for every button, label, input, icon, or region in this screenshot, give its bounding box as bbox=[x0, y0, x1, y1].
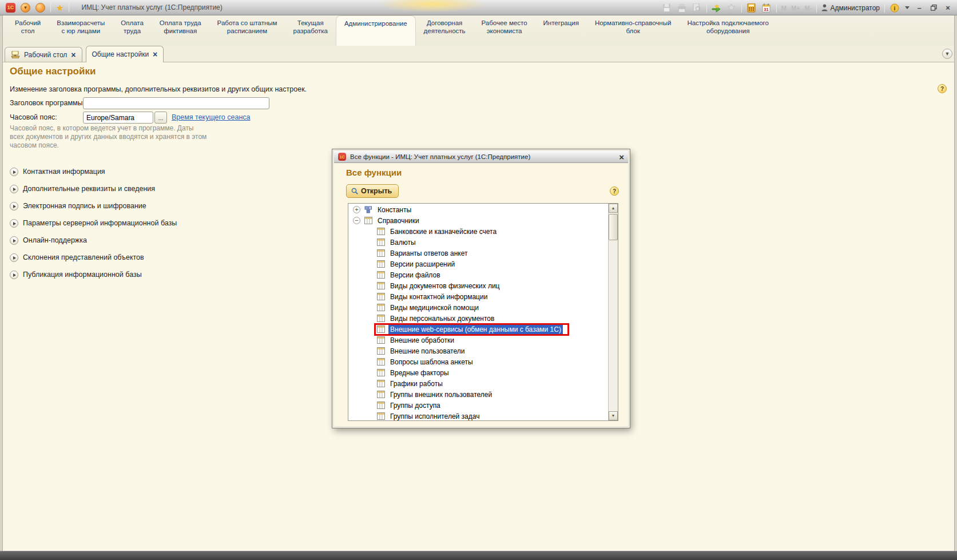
document-tab[interactable]: Общие настройки × bbox=[86, 46, 164, 62]
ribbon-tab[interactable]: Нормативно-справочный блок bbox=[587, 15, 679, 46]
section-expander-row[interactable]: Электронная подпись и шифрование bbox=[10, 197, 177, 215]
tree-item[interactable]: Справочники bbox=[348, 215, 608, 226]
functions-tree: Константы Справочники bbox=[348, 204, 608, 420]
document-tab-label: Общие настройки bbox=[92, 50, 149, 58]
expand-arrow-icon[interactable] bbox=[10, 271, 18, 279]
ribbon-tab[interactable]: Работа со штатным расписанием bbox=[209, 15, 285, 46]
ribbon-tab-label: Рабочее место экономиста bbox=[482, 19, 527, 34]
page-title: Общие настройки bbox=[10, 66, 96, 77]
scroll-down-icon[interactable]: ▼ bbox=[609, 411, 618, 420]
tab-list-chevron-button[interactable]: ▼ bbox=[942, 49, 952, 59]
service-menu-icon[interactable] bbox=[35, 3, 45, 13]
tree-item[interactable]: Версии файлов bbox=[348, 269, 608, 280]
info-icon[interactable]: i bbox=[890, 3, 900, 13]
divider bbox=[69, 3, 69, 12]
tree-item[interactable]: Валюты bbox=[348, 237, 608, 248]
tree-item-label: Внешние обработки bbox=[388, 336, 456, 345]
section-expander-row[interactable]: Склонения представлений объектов bbox=[10, 249, 177, 266]
tree-item-label: Вопросы шаблона анкеты bbox=[388, 358, 475, 367]
dialog-title-bar: 1С Все функции - ИМЦ: Учет платных услуг… bbox=[334, 151, 628, 163]
app-title-input[interactable] bbox=[83, 97, 269, 109]
expand-arrow-icon[interactable] bbox=[10, 185, 18, 193]
ribbon-tab[interactable]: Настройка подключаемого оборудования bbox=[679, 15, 777, 46]
expand-arrow-icon[interactable] bbox=[10, 219, 18, 228]
document-tab[interactable]: Рабочий стол × bbox=[5, 47, 82, 62]
divider bbox=[50, 3, 51, 12]
tree-item[interactable]: Вредные факторы bbox=[348, 367, 608, 378]
ribbon-tab[interactable]: Взаиморасчеты с юр лицами bbox=[49, 15, 113, 46]
section-expander-row[interactable]: Контактная информация bbox=[10, 163, 177, 180]
ribbon-tab-label: Взаиморасчеты с юр лицами bbox=[57, 19, 105, 34]
close-tab-icon[interactable]: × bbox=[153, 50, 157, 59]
tree-item[interactable]: Графики работы bbox=[348, 378, 608, 389]
restore-button[interactable] bbox=[928, 3, 939, 13]
tree-item[interactable]: Виды персональных документов bbox=[348, 313, 608, 324]
close-button[interactable]: × bbox=[943, 3, 952, 12]
tree-item[interactable]: Внешние пользователи bbox=[348, 345, 608, 356]
tree-item[interactable]: Банковские и казначейские счета bbox=[348, 226, 608, 237]
tree-item[interactable]: Виды документов физических лиц bbox=[348, 280, 608, 291]
ribbon-tab[interactable]: Оплата труда bbox=[113, 15, 152, 46]
timezone-picker-button[interactable]: ... bbox=[154, 112, 167, 124]
tree-item[interactable]: Внешние обработки bbox=[348, 335, 608, 345]
calculator-icon[interactable] bbox=[746, 3, 757, 13]
calendar-icon[interactable]: 31 bbox=[761, 3, 772, 13]
ribbon-tab-label: Работа со штатным расписанием bbox=[217, 19, 277, 34]
minimize-button[interactable]: – bbox=[915, 3, 924, 12]
scrollbar-thumb[interactable] bbox=[609, 214, 618, 240]
expand-arrow-icon[interactable] bbox=[10, 202, 18, 211]
section-expander-row[interactable]: Дополнительные реквизиты и сведения bbox=[10, 180, 177, 197]
favorites-star-icon[interactable]: ★ bbox=[56, 3, 63, 12]
tree-item[interactable]: Группы внешних пользователей bbox=[348, 389, 608, 400]
section-expander-row[interactable]: Онлайн-поддержка bbox=[10, 232, 177, 249]
tree-item[interactable]: Вопросы шаблона анкеты bbox=[348, 356, 608, 367]
dialog-close-icon[interactable]: × bbox=[619, 153, 624, 161]
table-icon bbox=[377, 260, 385, 268]
scroll-up-icon[interactable]: ▲ bbox=[609, 204, 618, 213]
chevron-down-icon[interactable] bbox=[904, 3, 910, 13]
ribbon-tab[interactable]: Интеграция bbox=[535, 15, 587, 46]
section-label: Дополнительные реквизиты и сведения bbox=[23, 185, 155, 193]
tree-item[interactable]: Виды медицинской помощи bbox=[348, 302, 608, 313]
expand-arrow-icon[interactable] bbox=[10, 253, 18, 262]
tree-item-label: Виды персональных документов bbox=[388, 314, 496, 323]
goto-link-icon[interactable] bbox=[712, 3, 722, 13]
tree-item[interactable]: Константы bbox=[348, 204, 608, 215]
ribbon-tab[interactable]: Рабочий стол bbox=[7, 15, 49, 46]
tree-item[interactable]: Группы доступа bbox=[348, 400, 608, 411]
ribbon-tab[interactable]: Рабочее место экономиста bbox=[474, 15, 535, 46]
tree-item[interactable]: Виды контактной информации bbox=[348, 291, 608, 302]
section-expander-row[interactable]: Публикация информационной базы bbox=[10, 266, 177, 283]
tree-item[interactable]: Варианты ответов анкет bbox=[348, 248, 608, 259]
all-functions-dialog: 1С Все функции - ИМЦ: Учет платных услуг… bbox=[332, 149, 630, 428]
ribbon-tab[interactable]: Договорная деятельность bbox=[416, 15, 474, 46]
dialog-heading: Все функции bbox=[346, 168, 402, 177]
open-button-label: Открыть bbox=[361, 187, 392, 195]
expand-arrow-icon[interactable] bbox=[10, 236, 18, 245]
window-bottom-edge bbox=[0, 551, 957, 560]
ribbon-tab[interactable]: Оплата труда фиктивная bbox=[152, 15, 209, 46]
current-session-time-link[interactable]: Время текущего сеанса bbox=[172, 113, 251, 121]
help-icon[interactable] bbox=[938, 84, 947, 93]
tree-item-label: Виды контактной информации bbox=[388, 292, 489, 301]
help-icon[interactable] bbox=[610, 186, 619, 196]
close-tab-icon[interactable]: × bbox=[71, 50, 76, 59]
ribbon-tab[interactable]: Текущая разработка bbox=[285, 15, 336, 46]
ribbon-tab[interactable]: Администрирование bbox=[336, 15, 416, 46]
tree-expander-icon[interactable] bbox=[353, 217, 360, 224]
tree-item[interactable]: Версии расширений bbox=[348, 259, 608, 269]
current-user[interactable]: Администратор bbox=[821, 4, 880, 12]
tree-item[interactable]: Внешние web-сервисы (обмен данными с баз… bbox=[348, 324, 608, 335]
tree-scrollbar[interactable]: ▲ ▼ bbox=[608, 204, 618, 420]
open-button[interactable]: Открыть bbox=[346, 184, 399, 198]
ribbon-tab-bar: Рабочий стол Взаиморасчеты с юр лицами О… bbox=[0, 15, 957, 46]
table-icon bbox=[377, 325, 385, 333]
tree-item-label: Виды медицинской помощи bbox=[388, 303, 481, 312]
tree-expander-icon[interactable] bbox=[353, 206, 360, 213]
tree-item[interactable]: Группы исполнителей задач bbox=[348, 411, 608, 420]
section-expander-row[interactable]: Параметры серверной информационной базы bbox=[10, 215, 177, 232]
table-icon bbox=[377, 228, 385, 235]
main-menu-icon[interactable]: ▼ bbox=[21, 3, 30, 13]
expand-arrow-icon[interactable] bbox=[10, 168, 18, 176]
timezone-input[interactable] bbox=[83, 112, 153, 124]
